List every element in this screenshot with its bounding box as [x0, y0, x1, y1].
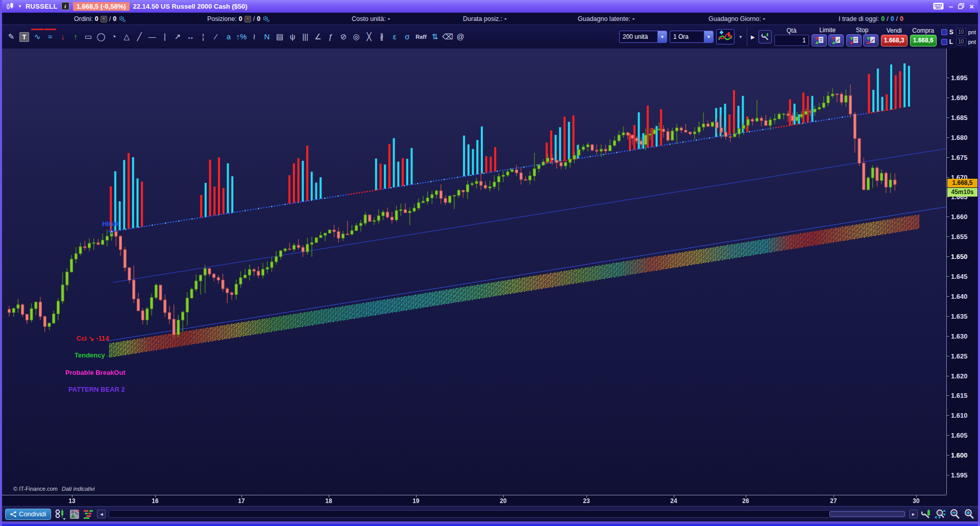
zoom-fit-icon[interactable] [934, 509, 946, 520]
price-tick-label: 1.685 [951, 114, 968, 122]
vertical-segment-tool[interactable]: ∣ [159, 29, 171, 45]
close-position-button[interactable]: × [244, 16, 251, 22]
instrument-dropdown-icon[interactable]: ▼ [18, 4, 22, 9]
raff-channel-tool[interactable]: Raff [414, 29, 428, 45]
limit-points-checkbox[interactable] [941, 39, 947, 45]
elliott-count-tool[interactable]: ε [388, 29, 401, 45]
ellipse-tool[interactable]: ◯ [95, 29, 107, 45]
fibonacci-fan-tool[interactable]: ƒ [325, 29, 337, 45]
chart-scrollbar[interactable] [109, 510, 906, 518]
extended-line-tool[interactable]: ↔ [184, 29, 197, 45]
orders-settings-gear-icon[interactable] [118, 15, 126, 22]
minimize-button[interactable]: – [949, 3, 953, 10]
chevron-down-icon[interactable]: ▼ [704, 31, 713, 42]
scroll-right-button[interactable]: ► [909, 510, 918, 518]
price-tick-label: 1.620 [951, 372, 968, 380]
stop-label: Stop [856, 27, 869, 34]
instrument-info-button[interactable]: i [61, 2, 69, 10]
order-settings-button[interactable] [758, 30, 772, 43]
chart-area: © IT-Finance.comDati indicativi 1.6951.6… [2, 49, 978, 506]
stop-sell-order-button[interactable] [846, 34, 862, 46]
zoom-in-icon[interactable] [964, 509, 975, 520]
spiral-tool[interactable]: @ [454, 29, 467, 45]
timeframe-dropdown[interactable]: 1 Ora ▼ [670, 31, 714, 43]
time-axis[interactable]: 1316171819202324262730 [2, 495, 946, 506]
position-duration-field: Durata posiz.:- [463, 13, 506, 25]
vertical-lines-tool[interactable]: ||| [299, 29, 311, 45]
text-tool[interactable]: T [19, 32, 29, 42]
current-price-badge: 1.668,5 [947, 179, 977, 187]
add-indicator-button[interactable] [716, 29, 734, 44]
regression-channel-tool[interactable]: N [261, 29, 273, 45]
chart-annotation: PATTERN BEAR 2 [68, 386, 125, 393]
zigzag-indicator-tool[interactable]: ≀ [248, 29, 260, 45]
title-bar: ▼ RUSSELL i 1.668,5 (-0,58%) 22.14.50 US… [2, 0, 978, 12]
price-axis[interactable]: 1.6951.6901.6851.6801.6751.6701.6651.660… [946, 49, 978, 495]
limit-points-input[interactable]: 10 [956, 38, 966, 45]
instrument-name[interactable]: RUSSELL [26, 3, 58, 10]
stop-points-checkbox[interactable] [941, 29, 947, 35]
report-list-icon[interactable] [69, 509, 80, 519]
scrollbar-thumb[interactable] [829, 511, 905, 517]
chevron-down-icon[interactable]: ▼ [657, 31, 667, 42]
speed-fan-tool[interactable]: ∦ [376, 29, 388, 45]
fibonacci-circle-tool[interactable]: ⊘ [337, 29, 350, 45]
restore-button[interactable] [958, 3, 964, 9]
rectangle-tool[interactable]: ▭ [82, 29, 94, 45]
price-tick-label: 1.630 [951, 332, 968, 340]
andrews-pitchfork-tool[interactable]: ψ [286, 29, 299, 45]
trendline-tool[interactable]: ╱ [133, 29, 145, 45]
position-settings-gear-icon[interactable] [262, 15, 270, 22]
sell-market-button[interactable]: 1.668,3 [881, 35, 908, 46]
zigzag-pattern-tool[interactable]: ∿ [31, 29, 43, 45]
std-dev-channel-tool[interactable]: σ [401, 29, 413, 45]
zoom-out-icon[interactable] [949, 509, 961, 520]
crossing-lines-tool[interactable]: ╳ [363, 29, 375, 45]
buy-market-button[interactable]: 1.668,6 [910, 35, 937, 46]
price-tick-label: 1.660 [951, 213, 968, 221]
close-button[interactable]: × [969, 3, 974, 10]
buy-signal-arrow-tool[interactable]: ↑ [69, 29, 82, 45]
horizontal-line-tool[interactable]: ― [146, 29, 158, 45]
cancel-orders-button[interactable]: × [101, 16, 107, 22]
price-tick-label: 1.695 [951, 74, 968, 82]
delete-drawing-tool[interactable]: ⌫ [442, 29, 454, 45]
candlestick-chart-canvas[interactable] [2, 49, 946, 495]
units-dropdown[interactable]: 200 unità ▼ [619, 31, 667, 43]
stop-letter: S [949, 29, 954, 36]
chart-settings-wrench-icon[interactable] [921, 509, 931, 519]
virtual-keyboard-icon[interactable] [933, 3, 944, 10]
orders-book-icon[interactable] [83, 509, 94, 519]
gann-fan-tool[interactable]: ∠ [312, 29, 324, 45]
panel-expand-arrow[interactable]: ▶ [750, 34, 756, 40]
arrow-line-tool[interactable]: ↗ [172, 29, 184, 45]
cycle-arrows-tool[interactable]: ⇅ [429, 29, 441, 45]
vertical-line-tool[interactable]: ¦ [197, 29, 209, 45]
linked-instrument-icon[interactable] [54, 509, 66, 520]
sell-signal-arrow-tool[interactable]: ↓ [57, 29, 69, 45]
limit-label: Limite [819, 27, 836, 34]
time-tick-label: 18 [325, 497, 332, 505]
triangle-tool[interactable]: △ [120, 29, 133, 45]
stop-points-input[interactable]: 10 [956, 28, 966, 36]
stop-buy-order-button[interactable] [863, 34, 878, 46]
stop-limit-points-block: S 10 pnt L 10 pnt [939, 28, 976, 46]
elliott-pattern-tool[interactable]: ≈ [44, 29, 56, 45]
annotation-pointer-tool[interactable]: a [223, 29, 235, 45]
limit-buy-order-button[interactable] [828, 34, 844, 46]
ray-tool[interactable]: ⁄ [210, 29, 222, 45]
percent-change-tool[interactable]: ↑% [235, 29, 248, 45]
scroll-left-button[interactable]: ◄ [97, 510, 106, 518]
draw-cursor-tool[interactable]: ✎ [5, 29, 17, 45]
time-tick-label: 20 [500, 497, 506, 505]
bottom-toolbar: Condividi ◄ ► [2, 506, 978, 521]
fibonacci-spiral-tool[interactable]: ◎ [350, 29, 362, 45]
grid-tool[interactable]: ▤ [274, 29, 286, 45]
quantity-input[interactable]: 1 [774, 35, 809, 46]
candlestick-window-icon [6, 3, 14, 10]
share-button[interactable]: Condividi [5, 509, 51, 520]
indicator-chevron-button[interactable]: ▼ [737, 29, 744, 44]
arc-tool[interactable]: ◔ [108, 29, 120, 45]
limit-sell-order-button[interactable] [812, 34, 827, 46]
copyright-notice: © IT-Finance.comDati indicativi [13, 486, 95, 492]
